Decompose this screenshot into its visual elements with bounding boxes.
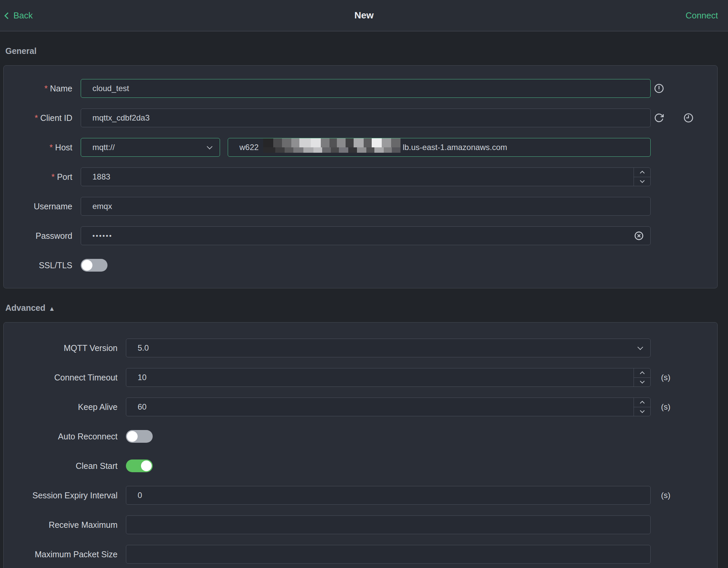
keep-alive-stepper [634,398,650,416]
host-row: *Host mqtt:// w622 lb.us-east-1.amazonaw… [4,138,717,157]
name-label: *Name [4,84,72,93]
name-row: *Name [4,79,717,98]
client-id-row: *Client ID [4,109,717,127]
receive-maximum-input[interactable] [126,515,651,534]
name-input[interactable] [81,79,651,98]
port-input[interactable] [81,167,651,186]
client-id-input[interactable] [81,109,651,127]
connect-button[interactable]: Connect [685,10,718,21]
stepper-down-button[interactable] [634,177,650,186]
maximum-packet-size-row: Maximum Packet Size [4,545,717,564]
clock-icon[interactable] [683,113,694,123]
session-expiry-label: Session Expiry Interval [4,491,118,500]
password-label: Password [4,231,72,241]
session-expiry-input[interactable] [126,486,651,505]
host-protocol-select[interactable]: mqtt:// [81,138,220,157]
required-marker: * [51,172,55,182]
session-expiry-row: Session Expiry Interval (s) [4,486,717,505]
clean-start-label: Clean Start [4,461,118,471]
maximum-packet-size-label: Maximum Packet Size [4,550,118,559]
top-bar: Back New Connect [0,0,728,31]
ssl-tls-row: SSL/TLS [4,256,717,275]
required-marker: * [45,84,48,93]
seconds-unit-label: (s) [661,491,670,500]
auto-reconnect-toggle[interactable] [126,430,153,443]
chevron-down-icon [640,178,644,183]
stepper-up-button[interactable] [634,398,650,407]
general-card: *Name *Client ID *Host mqtt:// [3,65,718,288]
chevron-up-icon [640,401,644,406]
username-row: Username [4,197,717,216]
triangle-up-icon: ▲ [49,305,55,312]
connect-timeout-row: Connect Timeout (s) [4,368,717,387]
chevron-down-icon [640,379,644,383]
mqtt-version-row: MQTT Version 5.0 [4,339,717,357]
circle-close-icon[interactable] [634,231,644,241]
username-label: Username [4,202,72,211]
connect-timeout-input[interactable] [126,368,651,387]
client-id-label: *Client ID [4,113,72,123]
mqtt-version-select[interactable]: 5.0 [126,339,651,357]
alert-circle-icon [654,83,664,94]
host-visible-prefix: w622 [239,143,259,152]
stepper-up-button[interactable] [634,368,650,378]
maximum-packet-size-input[interactable] [126,545,651,564]
chevron-down-icon [207,144,213,149]
ssl-tls-toggle[interactable] [81,259,107,272]
port-stepper [634,168,650,186]
toggle-knob [127,431,138,442]
keep-alive-input[interactable] [126,398,651,416]
advanced-section-toggle[interactable]: Advanced▲ [5,303,728,313]
receive-maximum-label: Receive Maximum [4,520,118,530]
advanced-card: MQTT Version 5.0 Connect Timeout (s) Kee… [3,322,718,568]
host-redacted-blur [263,138,401,157]
seconds-unit-label: (s) [661,373,670,382]
seconds-unit-label: (s) [661,402,670,412]
toggle-knob [141,460,152,471]
ssl-tls-label: SSL/TLS [4,261,72,270]
refresh-icon[interactable] [654,113,664,123]
required-marker: * [50,143,53,152]
toggle-knob [82,260,92,271]
back-label: Back [13,10,33,21]
keep-alive-row: Keep Alive (s) [4,398,717,416]
chevron-down-icon [640,408,644,413]
auto-reconnect-row: Auto Reconnect [4,427,717,446]
keep-alive-label: Keep Alive [4,402,118,412]
chevron-up-icon [640,371,644,376]
chevron-down-icon [638,344,643,350]
host-address-input[interactable]: w622 lb.us-east-1.amazonaws.com [228,138,651,157]
connect-timeout-label: Connect Timeout [4,373,118,382]
receive-maximum-row: Receive Maximum [4,515,717,534]
password-input[interactable] [81,226,651,245]
host-label: *Host [4,143,72,152]
password-row: Password [4,226,717,245]
clean-start-row: Clean Start [4,456,717,475]
chevron-up-icon [640,171,644,175]
stepper-down-button[interactable] [634,378,650,387]
chevron-left-icon [4,12,11,19]
connect-timeout-stepper [634,368,650,386]
mqtt-version-label: MQTT Version [4,343,118,353]
stepper-down-button[interactable] [634,407,650,416]
clean-start-toggle[interactable] [126,459,153,472]
username-input[interactable] [81,197,651,216]
stepper-up-button[interactable] [634,168,650,177]
general-section-heading: General [5,46,728,56]
port-row: *Port [4,167,717,186]
page-title: New [0,10,728,21]
required-marker: * [34,113,38,123]
host-visible-suffix: lb.us-east-1.amazonaws.com [403,143,507,152]
back-button[interactable]: Back [5,10,33,21]
auto-reconnect-label: Auto Reconnect [4,432,118,441]
port-label: *Port [4,172,72,182]
